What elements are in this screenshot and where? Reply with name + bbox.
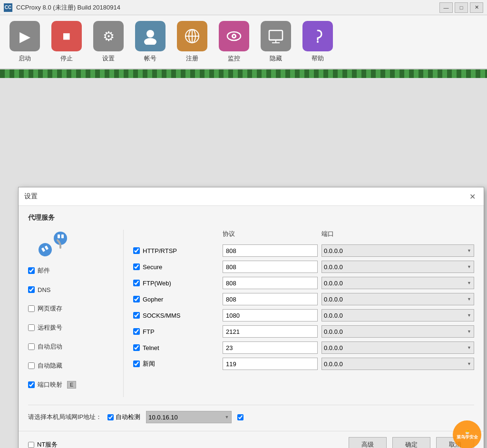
http-checkbox[interactable] — [133, 247, 140, 254]
toolbar-item-settings[interactable]: ⚙ 设置 — [93, 21, 124, 63]
toolbar-item-help[interactable]: 帮助 — [302, 21, 333, 63]
gopher-checkbox[interactable] — [133, 296, 140, 302]
right-panel: 协议 端口 HTTP/RTSP 808 — [123, 230, 474, 397]
dialog-footer: NT服务 高级 确定 取消 — [19, 431, 484, 448]
ip-section: 请选择本机局域网IP地址： 自动检测 10.0.16.10 — [28, 405, 474, 423]
ftp-port-input[interactable]: 2121 — [223, 325, 318, 338]
app-icon: CC — [4, 3, 12, 12]
e-badge[interactable]: E — [67, 381, 76, 389]
account-button-icon — [135, 21, 166, 51]
green-bar — [0, 69, 487, 78]
ftpweb-checkbox-wrapper: FTP(Web) — [133, 276, 219, 290]
http-ip-select[interactable]: 0.0.0.0 — [321, 244, 474, 257]
advanced-button[interactable]: 高级 — [349, 437, 387, 448]
toolbar-item-monitor[interactable]: 监控 — [219, 21, 249, 63]
socks-port-input[interactable]: 1080 — [223, 309, 318, 321]
dialog-title: 设置 — [24, 192, 38, 201]
mail-label: 邮件 — [38, 266, 50, 275]
proxy-icon — [36, 230, 69, 258]
secure-checkbox[interactable] — [133, 263, 140, 270]
ftpweb-checkbox[interactable] — [133, 280, 140, 286]
protocol-row-ftp: FTP 2121 0.0.0.0 — [133, 325, 474, 338]
ok-button[interactable]: 确定 — [392, 437, 430, 448]
dialog-overlay: 设置 ✕ 代理服务 — [0, 85, 487, 448]
checkbox-autohide: 自动隐藏 — [28, 359, 114, 372]
header-col1 — [133, 230, 219, 238]
ftp-ip-select[interactable]: 0.0.0.0 — [321, 325, 474, 338]
checkbox-dns: DNS — [28, 283, 114, 296]
nt-service-checkbox[interactable] — [28, 442, 34, 448]
dialup-checkbox[interactable] — [28, 324, 35, 331]
telnet-ip-select[interactable]: 0.0.0.0 — [321, 341, 474, 354]
dialog-close-button[interactable]: ✕ — [467, 191, 478, 202]
dns-checkbox[interactable] — [28, 286, 35, 293]
protocol-row-gopher: Gopher 808 0.0.0.0 — [133, 292, 474, 306]
autostart-label: 自动启动 — [38, 342, 62, 351]
news-ip-wrapper: 0.0.0.0 — [321, 358, 474, 370]
autohide-label: 自动隐藏 — [38, 361, 62, 370]
ftpweb-ip-select[interactable]: 0.0.0.0 — [321, 277, 474, 289]
ftpweb-label: FTP(Web) — [143, 280, 171, 287]
secure-ip-wrapper: 0.0.0.0 — [321, 261, 474, 273]
monitor-label: 监控 — [228, 54, 240, 63]
mail-checkbox[interactable] — [28, 267, 35, 274]
header-port: 端口 — [321, 230, 474, 238]
toolbar-item-start[interactable]: ▶ 启动 — [10, 21, 40, 63]
ftpweb-port-input[interactable]: 808 — [223, 277, 318, 289]
secure-ip-select[interactable]: 0.0.0.0 — [321, 261, 474, 273]
auto-detect-checkbox[interactable] — [107, 414, 114, 420]
telnet-port-input[interactable]: 23 — [223, 341, 318, 354]
nt-service-label: NT服务 — [37, 440, 58, 448]
protocol-row-http: HTTP/RTSP 808 0.0.0.0 — [133, 244, 474, 257]
http-port-input[interactable]: 808 — [223, 244, 318, 257]
svg-point-1 — [144, 38, 156, 45]
toolbar-item-account[interactable]: 帐号 — [135, 21, 166, 63]
watermark: 🐣 菜鸟学安全 — [443, 430, 481, 448]
news-checkbox[interactable] — [133, 360, 140, 367]
socks-checkbox[interactable] — [133, 312, 140, 319]
ftp-checkbox[interactable] — [133, 328, 140, 335]
gopher-port-input[interactable]: 808 — [223, 293, 318, 305]
http-label: HTTP/RTSP — [143, 247, 177, 254]
protocol-row-telnet: Telnet 23 0.0.0.0 — [133, 341, 474, 354]
toolbar-item-register[interactable]: 注册 — [177, 21, 207, 63]
help-label: 帮助 — [312, 54, 324, 63]
ftp-label: FTP — [143, 328, 155, 335]
minimize-button[interactable]: — — [439, 2, 453, 13]
window-close-button[interactable]: ✕ — [470, 2, 483, 13]
toolbar-item-hide[interactable]: 隐藏 — [261, 21, 291, 63]
ip-select[interactable]: 10.0.16.10 — [146, 411, 232, 423]
socks-ip-select[interactable]: 0.0.0.0 — [321, 309, 474, 321]
dialog-title-bar: 设置 ✕ — [19, 187, 484, 206]
secure-label: Secure — [143, 263, 162, 271]
toolbar-item-stop[interactable]: ■ 停止 — [51, 21, 82, 63]
hide-button-icon — [261, 21, 291, 51]
window-controls: — □ ✕ — [439, 2, 483, 13]
protocol-row-news: 新闻 119 0.0.0.0 — [133, 357, 474, 370]
socks-checkbox-wrapper: SOCKS/MMS — [133, 309, 219, 322]
autohide-checkbox[interactable] — [28, 362, 35, 369]
protocol-row-socks: SOCKS/MMS 1080 0.0.0.0 — [133, 309, 474, 322]
telnet-checkbox[interactable] — [133, 344, 140, 351]
svg-point-13 — [317, 41, 319, 43]
gopher-ip-select[interactable]: 0.0.0.0 — [321, 293, 474, 305]
news-ip-select[interactable]: 0.0.0.0 — [321, 358, 474, 370]
portmap-label: 端口映射 — [38, 380, 62, 389]
secure-port-input[interactable]: 808 — [223, 261, 318, 273]
autostart-checkbox[interactable] — [28, 343, 35, 350]
ip-extra-checkbox[interactable] — [237, 414, 244, 420]
section-title: 代理服务 — [28, 214, 474, 222]
start-label: 启动 — [19, 54, 31, 63]
portmap-checkbox[interactable] — [28, 381, 35, 388]
left-panel: 邮件 DNS 网页缓存 远程拨号 — [28, 230, 123, 397]
svg-rect-16 — [61, 234, 64, 238]
hide-label: 隐藏 — [270, 54, 282, 63]
gopher-checkbox-wrapper: Gopher — [133, 292, 219, 306]
telnet-ip-wrapper: 0.0.0.0 — [321, 341, 474, 354]
maximize-button[interactable]: □ — [455, 2, 468, 13]
webcache-checkbox[interactable] — [28, 305, 35, 312]
news-port-input[interactable]: 119 — [223, 358, 318, 370]
footer-left: NT服务 — [28, 440, 343, 448]
watermark-circle: 🐣 菜鸟学安全 — [453, 420, 481, 448]
dns-label: DNS — [38, 286, 50, 293]
